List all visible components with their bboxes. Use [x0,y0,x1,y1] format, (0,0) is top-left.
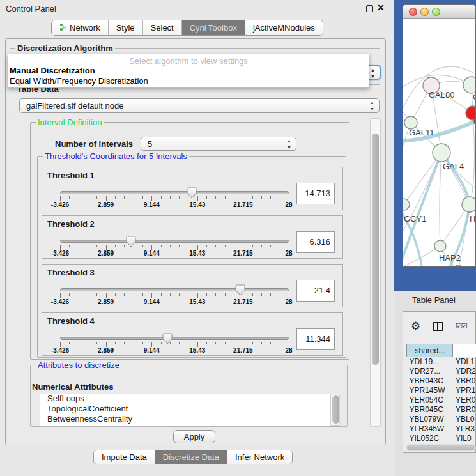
network-node[interactable] [433,144,450,162]
numerical-attributes-list[interactable]: SelfLoopsTopologicalCoefficientBetweenne… [40,394,330,426]
tab-network[interactable]: Network [52,20,108,35]
main-scrollbar[interactable] [370,118,381,427]
float-window-icon[interactable] [366,5,373,12]
numerical-attributes-label: Numerical Attributes [32,382,113,392]
network-edge[interactable] [470,113,475,204]
network-node[interactable] [403,199,410,210]
threshold-value-field[interactable]: 6.316 [296,231,335,253]
table-row[interactable]: YBR045CYBR0 [407,405,476,415]
table-column-header[interactable]: na [453,344,476,357]
table-cell[interactable]: YER054C [407,395,453,405]
spinner-arrows-icon: ▲▼ [287,138,291,151]
table-hscrollbar-thumb[interactable] [407,445,475,450]
threshold-value-field[interactable]: 14.713 [296,183,335,204]
bottom-tab-strip: Impute DataDiscretize DataInfer Network [93,450,293,464]
network-node[interactable] [434,240,446,252]
close-icon[interactable]: ✕ [377,3,385,13]
tab-jactivemnodules[interactable]: jActiveMNodules [245,20,323,35]
table-cell[interactable]: YPR1 [453,386,476,395]
scale-label: 9.144 [144,250,160,257]
minimize-traffic-light[interactable] [420,8,429,16]
tab-impute-data[interactable]: Impute Data [94,450,155,464]
network-node[interactable] [453,265,463,267]
table-cell[interactable]: YPR145W [407,386,453,395]
table-cell[interactable]: YBR043C [407,376,453,386]
attributes-scrollbar[interactable] [330,394,340,426]
threshold-label: Threshold 1 [47,171,95,180]
attribute-item[interactable]: TopologicalCoefficient [40,404,330,414]
apply-button[interactable]: Apply [173,430,215,443]
threshold-slider-track[interactable] [60,191,289,194]
network-edge[interactable] [404,153,441,204]
table-row[interactable]: YBL079WYBL0 [407,415,476,424]
zoom-traffic-light[interactable] [432,8,440,16]
table-cell[interactable]: YBL079W [407,415,453,424]
tab-infer-network[interactable]: Infer Network [227,450,292,464]
columns-icon[interactable] [433,322,443,331]
table-cell[interactable]: YBR045C [407,405,453,415]
algorithm-option[interactable]: Manual Discretization [8,66,369,76]
attributes-scrollbar-thumb[interactable] [332,395,339,424]
network-view[interactable]: GAL80GACGAL11GAL4GCY1HHAP2 [403,19,476,267]
network-edge[interactable] [440,153,441,246]
table-cell[interactable]: YBR0 [453,376,476,386]
scale-label: 28 [285,250,292,257]
table-cell[interactable]: YLR3 [453,424,476,434]
table-cell[interactable]: YER0 [453,395,476,405]
network-node[interactable] [462,197,476,212]
table-row[interactable]: YDR27...YDR2 [407,367,476,376]
table-cell[interactable]: YBL0 [453,415,476,424]
network-node[interactable] [404,116,417,129]
table-cell[interactable]: YDR2 [453,367,476,376]
table-cell[interactable]: YIL0 [453,434,476,443]
checkboxes-icon[interactable]: ☑☑ [456,322,467,330]
table-data-combo[interactable]: galFiltered.sif default node ▲▼ [19,98,380,113]
scale-label: 28 [285,201,292,208]
node-table[interactable]: shared...na YDL19...YDL1YDR27...YDR2YBR0… [406,344,476,443]
threshold-slider-track[interactable] [60,337,289,340]
table-header-row[interactable]: shared...na [407,344,476,357]
threshold-slider-track[interactable] [60,288,289,291]
algorithm-option[interactable]: Equal Width/Frequency Discretization [8,76,369,86]
tab-style[interactable]: Style [108,20,142,35]
table-cell[interactable]: YDL19... [407,357,453,367]
scale-label: 9.144 [144,201,160,208]
table-row[interactable]: YIL052CYIL0 [407,434,476,443]
spinner-arrows-icon: ▲▼ [371,67,375,80]
table-row[interactable]: YDL19...YDL1 [407,357,476,367]
tab-select[interactable]: Select [142,20,181,35]
network-graph[interactable]: GAL80GACGAL11GAL4GCY1HHAP2 [403,19,476,267]
table-cell[interactable]: YLR345W [407,424,453,434]
table-cell[interactable]: YIL052C [407,434,453,443]
slider-scale-labels: -3.4262.8599.14415.4321.71528 [60,347,289,354]
table-row[interactable]: YPR145WYPR1 [407,386,476,395]
threshold-value-field[interactable]: 21.4 [296,280,335,302]
gear-icon[interactable]: ⚙ [411,319,420,333]
algorithm-hint-item[interactable]: Select algorithm to view settings [8,54,369,66]
attribute-item[interactable]: SelfLoops [40,394,330,404]
cyni-toolbox-content: Discretization Algorithm ▲▼ Table Data g… [5,38,386,445]
table-cell[interactable]: YDL1 [453,357,476,367]
close-traffic-light[interactable] [409,8,417,16]
number-of-intervals-combo[interactable]: 5 ▲▼ [141,137,296,151]
attribute-item[interactable]: BetweennessCentrality [40,414,330,424]
threshold-value-field[interactable]: 11.344 [296,328,335,350]
table-row[interactable]: YER054CYER0 [407,395,476,405]
table-panel-body: ⚙ ☑☑ shared...na YDL19...YDL1YDR27...YDR… [403,311,476,453]
table-row[interactable]: YLR345WYLR3 [407,424,476,434]
threshold-slider-track[interactable] [60,240,289,243]
network-node[interactable] [463,77,476,93]
table-cell[interactable]: YBR0 [453,405,476,415]
table-column-header[interactable]: shared... [407,344,453,357]
tab-cyni-toolbox[interactable]: Cyni Toolbox [181,20,245,35]
scale-label: 21.715 [233,298,253,305]
main-scrollbar-thumb[interactable] [372,134,379,365]
table-hscrollbar[interactable] [406,444,476,451]
algorithm-dropdown-popup: Select algorithm to view settings Manual… [8,54,369,88]
thresholds-group: Threshold's Coordinates for 5 Intervals … [37,156,346,358]
tab-discretize-data[interactable]: Discretize Data [155,450,227,464]
table-cell[interactable]: YDR27... [407,367,453,376]
network-window-titlebar[interactable] [403,5,475,19]
scale-label: 21.715 [233,347,253,354]
table-row[interactable]: YBR043CYBR0 [407,376,476,386]
